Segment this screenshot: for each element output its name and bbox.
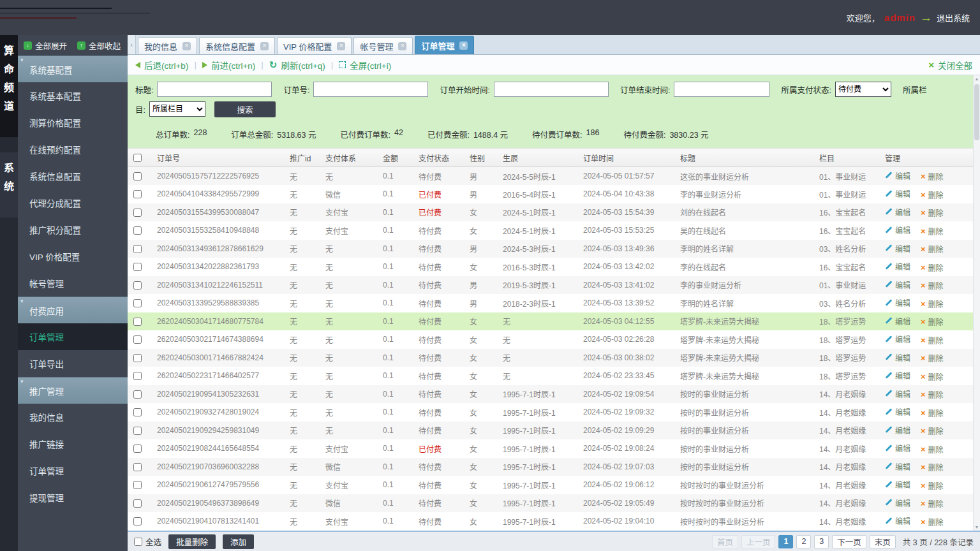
category-select[interactable]: 所属栏目 bbox=[149, 101, 205, 117]
row-checkbox[interactable] bbox=[133, 190, 142, 198]
row-checkbox[interactable] bbox=[133, 245, 142, 253]
delete-button[interactable]: ×删除 bbox=[921, 226, 944, 237]
select-all-checkbox[interactable] bbox=[134, 538, 142, 546]
row-checkbox[interactable] bbox=[133, 372, 142, 380]
tab-close-icon[interactable]: × bbox=[459, 41, 468, 50]
delete-button[interactable]: ×删除 bbox=[921, 262, 944, 273]
forward-button[interactable]: 前进(ctrl+n) bbox=[202, 59, 255, 71]
edit-button[interactable]: 编辑 bbox=[885, 170, 910, 181]
page-number-1[interactable]: 1 bbox=[778, 535, 793, 548]
tab-1[interactable]: 系统信息配置× bbox=[199, 37, 275, 54]
delete-button[interactable]: ×删除 bbox=[921, 335, 944, 346]
row-checkbox[interactable] bbox=[133, 427, 142, 435]
back-button[interactable]: 后退(ctrl+b) bbox=[135, 59, 188, 71]
edit-button[interactable]: 编辑 bbox=[885, 515, 910, 526]
sidebar-item-0-1[interactable]: 测算价格配置 bbox=[18, 109, 128, 136]
edit-button[interactable]: 编辑 bbox=[885, 425, 910, 436]
delete-button[interactable]: ×删除 bbox=[921, 444, 944, 455]
sidebar-item-1-0[interactable]: 订单管理 bbox=[18, 323, 128, 350]
edit-button[interactable]: 编辑 bbox=[885, 207, 910, 217]
page-number-3[interactable]: 3 bbox=[814, 535, 829, 548]
row-checkbox[interactable] bbox=[133, 226, 142, 235]
scrollbar-up-arrow-icon[interactable]: ▲ bbox=[974, 75, 980, 83]
start-time-input[interactable] bbox=[494, 82, 609, 97]
edit-button[interactable]: 编辑 bbox=[885, 388, 910, 399]
tab-close-icon[interactable]: × bbox=[260, 42, 269, 50]
vertical-scrollbar[interactable]: ▲ ▼ bbox=[973, 75, 980, 531]
edit-button[interactable]: 编辑 bbox=[885, 406, 910, 417]
close-all-button[interactable]: × 关闭全部 bbox=[928, 59, 972, 71]
scrollbar-down-arrow-icon[interactable]: ▼ bbox=[974, 525, 980, 529]
tab-close-icon[interactable]: × bbox=[337, 42, 345, 50]
delete-button[interactable]: ×删除 bbox=[921, 480, 944, 491]
delete-button[interactable]: ×删除 bbox=[921, 171, 944, 182]
page-prev-button[interactable]: 上一页 bbox=[741, 535, 776, 548]
sidebar-item-0-0[interactable]: 系统基本配置 bbox=[18, 82, 128, 109]
edit-button[interactable]: 编辑 bbox=[885, 352, 910, 363]
delete-button[interactable]: ×删除 bbox=[921, 389, 944, 400]
header-select-all-checkbox[interactable] bbox=[133, 154, 142, 162]
tab-2[interactable]: VIP 价格配置× bbox=[277, 37, 352, 54]
sidebar-item-0-2[interactable]: 在线预约配置 bbox=[18, 136, 128, 163]
edit-button[interactable]: 编辑 bbox=[885, 188, 910, 199]
add-button[interactable]: 添加 bbox=[223, 534, 254, 549]
edit-button[interactable]: 编辑 bbox=[885, 224, 910, 235]
delete-button[interactable]: ×删除 bbox=[921, 517, 944, 527]
sidebar-item-2-3[interactable]: 提现管理 bbox=[18, 484, 128, 511]
tab-scroll-left-icon[interactable]: ‹ bbox=[128, 35, 136, 54]
delete-button[interactable]: ×删除 bbox=[921, 498, 944, 509]
sidebar-item-0-3[interactable]: 系统信息配置 bbox=[18, 163, 128, 189]
sidebar-item-0-4[interactable]: 代理分成配置 bbox=[18, 189, 128, 216]
edit-button[interactable]: 编辑 bbox=[885, 334, 910, 344]
sidebar-item-0-6[interactable]: VIP 价格配置 bbox=[18, 243, 128, 270]
tab-0[interactable]: 我的信息× bbox=[138, 37, 197, 54]
edit-button[interactable]: 编辑 bbox=[885, 443, 910, 453]
tab-4[interactable]: 订单管理× bbox=[415, 36, 474, 54]
page-next-button[interactable]: 下一页 bbox=[832, 535, 866, 548]
row-checkbox[interactable] bbox=[133, 281, 142, 290]
row-checkbox[interactable] bbox=[133, 172, 142, 180]
row-checkbox[interactable] bbox=[133, 463, 142, 471]
delete-button[interactable]: ×删除 bbox=[921, 316, 944, 327]
delete-button[interactable]: ×删除 bbox=[921, 353, 944, 364]
edit-button[interactable]: 编辑 bbox=[885, 479, 910, 490]
edit-button[interactable]: 编辑 bbox=[885, 261, 910, 272]
end-time-input[interactable] bbox=[674, 82, 769, 97]
tab-close-icon[interactable]: × bbox=[398, 42, 406, 50]
vertical-nav-item-0[interactable]: 算命频道 bbox=[0, 35, 18, 137]
row-checkbox[interactable] bbox=[133, 354, 142, 362]
vertical-nav-item-1[interactable]: 系统 bbox=[0, 152, 18, 217]
delete-button[interactable]: ×删除 bbox=[921, 280, 944, 291]
row-checkbox[interactable] bbox=[133, 335, 142, 344]
delete-button[interactable]: ×删除 bbox=[921, 462, 944, 473]
select-all-control[interactable]: 全选 bbox=[134, 536, 161, 548]
sidebar-group-header-0[interactable]: ▾系统基配置 bbox=[18, 55, 128, 82]
edit-button[interactable]: 编辑 bbox=[885, 297, 910, 308]
fullscreen-button[interactable]: 全屏(ctrl+i) bbox=[339, 59, 391, 71]
row-checkbox[interactable] bbox=[133, 408, 142, 416]
delete-button[interactable]: ×删除 bbox=[921, 408, 944, 418]
row-checkbox[interactable] bbox=[133, 481, 142, 489]
sidebar-item-1-1[interactable]: 订单导出 bbox=[18, 350, 128, 377]
row-checkbox[interactable] bbox=[133, 517, 142, 525]
logout-button[interactable]: 退出系统 bbox=[937, 11, 970, 24]
tab-close-icon[interactable]: × bbox=[182, 42, 191, 50]
delete-button[interactable]: ×删除 bbox=[921, 207, 944, 218]
delete-button[interactable]: ×删除 bbox=[921, 244, 944, 254]
page-first-button[interactable]: 首页 bbox=[712, 535, 738, 548]
order-no-input[interactable] bbox=[313, 82, 428, 97]
search-button[interactable]: 搜索 bbox=[214, 101, 276, 117]
edit-button[interactable]: 编辑 bbox=[885, 279, 910, 290]
sidebar-item-2-1[interactable]: 推广链接 bbox=[18, 430, 128, 457]
pay-status-select[interactable]: 待付费 bbox=[835, 82, 891, 97]
row-checkbox[interactable] bbox=[133, 499, 142, 508]
sidebar-item-0-5[interactable]: 推广积分配置 bbox=[18, 216, 128, 243]
tab-3[interactable]: 帐号管理× bbox=[353, 37, 413, 54]
refresh-button[interactable]: ↻ 刷新(ctrl+q) bbox=[269, 59, 325, 71]
delete-button[interactable]: ×删除 bbox=[921, 189, 944, 200]
batch-delete-button[interactable]: 批量删除 bbox=[168, 534, 216, 549]
edit-button[interactable]: 编辑 bbox=[885, 370, 910, 381]
sidebar-item-2-2[interactable]: 订单管理 bbox=[18, 457, 128, 484]
title-input[interactable] bbox=[157, 82, 272, 97]
edit-button[interactable]: 编辑 bbox=[885, 316, 910, 327]
